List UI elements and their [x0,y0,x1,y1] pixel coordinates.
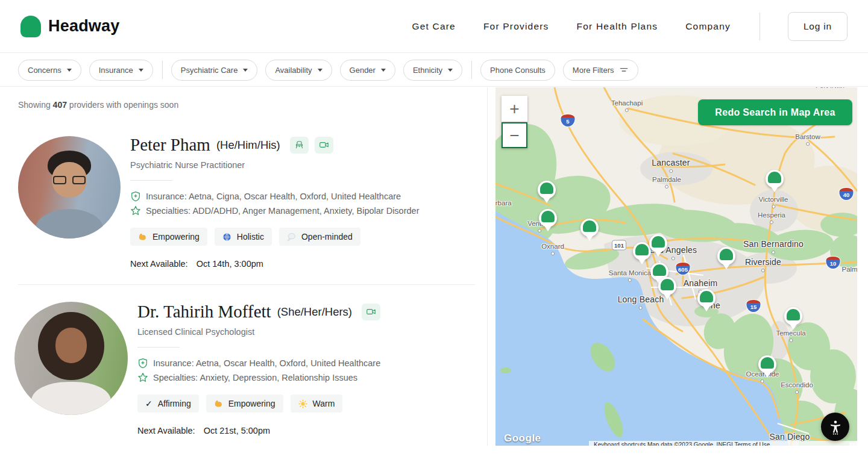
next-available-value: Oct 21st, 5:00pm [204,426,270,435]
provider-pronouns: (He/Him/His) [216,139,280,152]
chevron-down-icon [318,69,322,72]
nav-get-care[interactable]: Get Care [412,21,456,32]
accessibility-person-icon [828,419,843,435]
provider-name[interactable]: Peter Pham [130,135,210,155]
provider-avatar[interactable] [18,136,121,239]
filter-gender[interactable]: Gender [340,60,395,81]
filter-lines-icon [619,66,629,74]
filter-insurance[interactable]: Insurance [89,60,153,81]
map-pin[interactable] [580,219,599,242]
google-logo: Google [504,432,541,445]
insurance-text: Insurance: Aetna, Oscar Health, Oxford, … [153,358,380,368]
next-available-value: Oct 14th, 3:00pm [197,259,263,269]
next-available-row: Next Available: Oct 21st, 5:00pm [137,426,380,435]
video-session-icon [315,137,333,154]
tag-warm: Warm [291,395,343,413]
globe-emoji [222,232,231,242]
map-pins-layer [495,87,857,446]
provider-card: Dr. Tahirih Moffett (She/Her/Hers) Licen… [18,302,476,435]
login-button[interactable]: Log in [788,12,848,41]
muscle-emoji [138,232,147,242]
star-icon [130,205,141,216]
filter-more-filters-label: More Filters [573,66,614,75]
map-pin[interactable] [633,242,651,265]
filter-bar: Concerns Insurance Psychiatric Care Avai… [0,54,868,87]
filter-gender-label: Gender [350,66,376,75]
header: Headway Get Care For Providers For Healt… [0,0,868,53]
star-icon [137,372,148,383]
specialties-text: Specialties: Anxiety, Depression, Relati… [153,373,357,382]
specialties-text: Specialties: ADD/ADHD, Anger Management,… [146,206,419,216]
map-pin[interactable] [697,289,715,312]
provider-name[interactable]: Dr. Tahirih Moffett [137,302,271,322]
in-person-session-icon [290,137,309,154]
tag-empowering: Empowering [206,395,283,413]
provider-title: Psychiatric Nurse Practitioner [130,160,419,170]
map-pin[interactable] [758,355,776,378]
filter-group-divider [471,61,472,79]
specialties-row: Specialties: ADD/ADHD, Anger Management,… [130,205,419,216]
map-pin[interactable] [538,181,556,204]
map-attribution[interactable]: Keyboard shortcuts Map data ©2023 Google… [589,441,857,446]
nav-divider [760,13,760,40]
filter-psychiatric-care-label: Psychiatric Care [181,66,238,75]
thought-balloon-emoji [287,232,296,242]
map-zoom-in-button[interactable]: + [502,96,527,122]
check-mark: ✓ [145,399,153,408]
accessibility-widget-button[interactable] [821,413,849,441]
card-divider [18,284,475,285]
personality-tags: ✓ Affirming Empowering [137,395,380,413]
filter-phone-consults[interactable]: Phone Consults [480,60,555,81]
page: Headway Get Care For Providers For Healt… [0,0,868,468]
map-pin[interactable] [784,307,802,330]
main-nav: Get Care For Providers For Health Plans … [412,12,848,41]
redo-search-button[interactable]: Redo Search in Map Area [698,99,852,125]
filter-ethnicity-label: Ethnicity [413,66,442,75]
chevron-down-icon [67,69,72,72]
summary-prefix: Showing [18,100,51,110]
insurance-text: Insurance: Aetna, Cigna, Oscar Health, O… [146,192,401,201]
tag-label: Empowering [153,232,200,242]
provider-avatar[interactable] [14,302,128,415]
next-available-label: Next Available: [130,259,188,269]
filter-ethnicity[interactable]: Ethnicity [403,60,462,81]
next-available-row: Next Available: Oct 14th, 3:00pm [130,259,419,269]
results-panel: Showing 407 providers with openings soon… [0,87,488,468]
map-pin[interactable] [658,277,676,300]
nav-for-health-plans[interactable]: For Health Plans [577,21,658,32]
divider [137,347,180,348]
map-pin[interactable] [766,170,784,193]
tag-label: Warm [313,399,335,408]
headway-logo-icon [20,16,41,37]
filter-concerns-label: Concerns [28,66,61,75]
nav-for-providers[interactable]: For Providers [483,21,549,32]
filter-availability-label: Availability [275,66,312,75]
map-pin[interactable] [649,234,667,257]
map-zoom-out-button[interactable]: − [502,122,527,148]
map-pin[interactable] [717,247,735,270]
specialties-row: Specialties: Anxiety, Depression, Relati… [137,372,380,383]
filter-more-filters[interactable]: More Filters [563,60,639,81]
brand[interactable]: Headway [20,16,119,37]
filter-availability[interactable]: Availability [265,60,332,81]
muscle-emoji [214,399,223,408]
tag-label: Affirming [158,399,191,408]
tag-affirming: ✓ Affirming [137,395,199,413]
map-pin[interactable] [539,209,557,232]
shield-plus-icon [137,358,148,369]
map[interactable]: Fort IrwinTehachapiBarstowLancasterPalmd… [495,87,857,446]
personality-tags: Empowering Holistic [130,228,419,246]
nav-company[interactable]: Company [685,21,731,32]
filter-concerns[interactable]: Concerns [18,60,81,81]
results-summary: Showing 407 providers with openings soon [18,100,476,110]
tag-label: Open-minded [301,232,353,242]
filter-insurance-label: Insurance [99,66,133,75]
insurance-row: Insurance: Aetna, Oscar Health, Oxford, … [137,358,380,369]
shield-plus-icon [130,191,141,202]
filter-psychiatric-care[interactable]: Psychiatric Care [171,60,258,81]
filter-group-divider [162,61,163,79]
provider-pronouns: (She/Her/Hers) [277,305,352,319]
tag-holistic: Holistic [215,228,272,246]
results-scrollbar[interactable] [487,87,488,446]
chevron-down-icon [243,69,248,72]
